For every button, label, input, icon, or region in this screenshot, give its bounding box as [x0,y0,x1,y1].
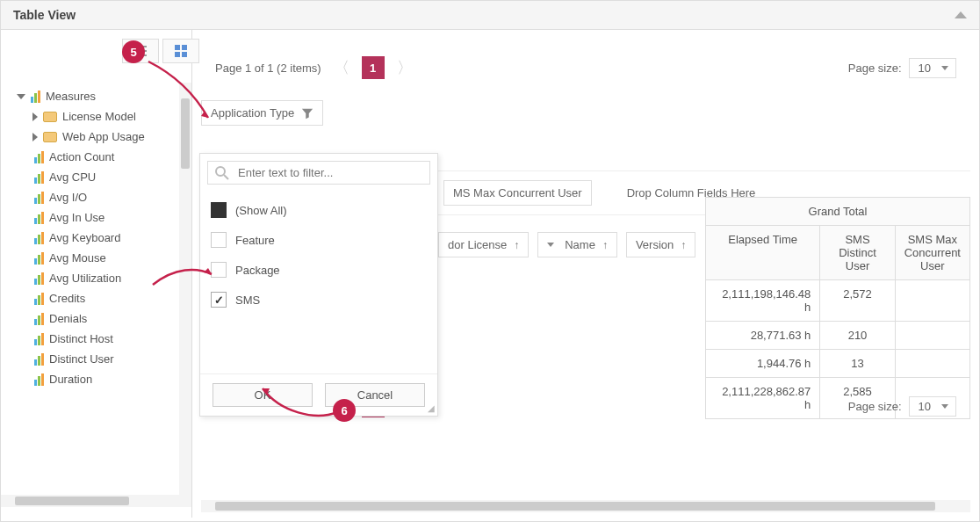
tree-measure[interactable]: Distinct Host [10,329,186,349]
chart-icon [34,353,44,366]
page-size-select[interactable]: 10 [909,58,956,78]
tree-measure[interactable]: Avg In Use [10,207,186,228]
collapse-icon[interactable] [955,11,967,18]
page-size-label: Page size: [848,400,902,413]
filter-option-sms[interactable]: SMS [211,285,427,315]
pager-info: Page 1 of 1 (2 items) [215,62,321,75]
tree-measure[interactable]: Denials [10,308,186,329]
option-label: Package [235,264,280,277]
filter-option-show-all[interactable]: (Show All) [211,195,427,225]
option-label: SMS [235,294,260,307]
pager-next-icon[interactable]: 〉 [393,57,416,78]
sort-asc-icon[interactable] [681,239,686,251]
tree-label: License Model [62,110,136,123]
tree-label: Avg CPU [49,170,96,184]
sort-asc-icon[interactable] [602,239,608,251]
table-row: 1,944.76 h 13 [706,350,969,378]
col-header[interactable]: Elapsed Time [706,226,820,279]
chart-icon [34,232,44,244]
filter-dropdown-popup: (Show All) Feature Package SMS [199,153,438,417]
table-row: 28,771.63 h 210 [706,322,969,350]
view-tab-grid[interactable] [162,39,199,63]
checkbox-checked-icon[interactable] [211,292,227,308]
tree-label: Avg I/O [49,191,87,204]
table-row: 2,111,198,146.48 h 2,572 [706,280,969,322]
grand-total-header: Grand Total [706,198,969,225]
tree-label: Credits [49,292,85,305]
tree-measure[interactable]: Distinct User [10,349,186,369]
expand-icon[interactable] [32,112,38,121]
filter-icon[interactable] [301,107,313,120]
page-number-current[interactable]: 1 [362,56,385,79]
row-field-version[interactable]: Version [626,232,695,257]
column-field-partial[interactable]: MS Max Concurrent User [443,180,592,206]
row-field-partial[interactable]: dor License [438,232,529,257]
callout-badge-6: 6 [333,399,356,422]
ok-button[interactable]: OK [213,383,313,407]
svg-rect-3 [175,45,180,50]
row-field-name[interactable]: Name [537,232,617,257]
cell: 13 [820,350,895,377]
cell: 28,771.63 h [706,322,820,349]
callout-badge-5: 5 [122,40,145,63]
chart-icon [31,91,40,103]
cell: 210 [820,322,895,349]
filter-search-input[interactable] [207,161,430,185]
col-header[interactable]: SMS Distinct User [820,226,895,279]
sidebar-h-scrollbar[interactable] [1,495,191,507]
filter-option[interactable]: Package [211,255,427,285]
option-label: Feature [235,234,275,247]
search-icon [215,166,229,180]
cell: 1,944.76 h [706,350,820,377]
page-size-select[interactable]: 10 [909,396,956,417]
tree-label: Action Count [49,150,114,163]
tree-label: Denials [49,312,87,325]
sort-asc-icon[interactable] [514,239,519,251]
svg-rect-5 [175,52,180,57]
chevron-down-icon[interactable] [547,243,554,247]
chart-icon [34,252,44,265]
tree-measure[interactable]: Avg I/O [10,187,186,207]
tree-measure[interactable]: Avg Keyboard [10,228,186,248]
tree-label: Distinct Host [49,332,113,345]
chart-icon [34,192,44,204]
panel-header: Table View [1,1,979,30]
pivot-h-scrollbar[interactable] [201,500,970,512]
expand-icon[interactable] [32,133,38,141]
tree-measure[interactable]: Avg CPU [10,167,186,187]
chip-label: Version [636,238,674,251]
tree-folder[interactable]: License Model [10,106,186,127]
tree-root-measures[interactable]: Measures [10,86,186,106]
chart-icon [34,151,44,163]
checkbox-indeterminate-icon[interactable] [211,202,227,218]
tree-measure[interactable]: Credits [10,288,186,308]
field-tree-sidebar: Measures License Model Web App Usage Act… [1,30,192,518]
folder-icon [43,112,57,122]
col-header[interactable]: SMS Max Concurrent User [896,226,969,279]
tree-measure[interactable]: Duration [10,369,186,389]
pivot-area: Page 1 of 1 (2 items) 〈 1 〉 Page size: 1… [192,30,979,518]
sidebar-v-scrollbar[interactable] [179,83,191,495]
tree-measure[interactable]: Action Count [10,147,186,167]
tree-label: Avg Mouse [49,251,106,265]
cell: 2,572 [820,280,895,321]
pager-prev-icon[interactable]: 〈 [330,57,353,78]
tree-label: Avg In Use [49,211,104,224]
cell [896,280,969,321]
chart-icon [34,373,44,386]
checkbox-empty-icon[interactable] [211,262,227,278]
filter-option[interactable]: Feature [211,225,427,255]
checkbox-empty-icon[interactable] [211,232,227,248]
tree-measure[interactable]: Avg Mouse [10,248,186,268]
svg-rect-6 [182,52,187,57]
filter-field-application-type[interactable]: Application Type [201,100,323,126]
cell [896,322,969,349]
tree-folder[interactable]: Web App Usage [10,127,186,147]
page-size-value: 10 [919,400,931,413]
svg-rect-4 [182,45,187,50]
expand-icon[interactable] [17,94,25,99]
tree-measure[interactable]: Avg Utilization [10,268,186,288]
filter-search-text[interactable] [236,165,422,180]
folder-icon [43,132,57,142]
resize-grip-icon[interactable]: ◢ [428,403,435,413]
